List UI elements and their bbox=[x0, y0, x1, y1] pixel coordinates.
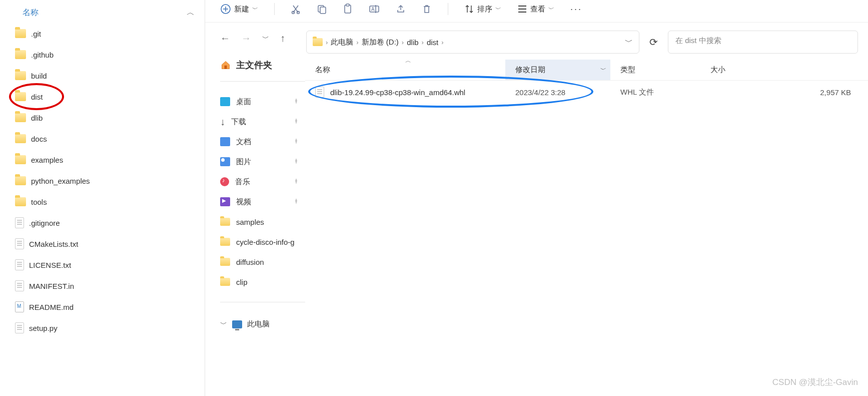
up-button[interactable]: ↑ bbox=[280, 33, 285, 44]
file-row[interactable]: dlib-19.24.99-cp38-cp38-win_amd64.whl202… bbox=[305, 81, 868, 104]
tree-item-label: docs bbox=[31, 135, 47, 143]
tree-item[interactable]: tools bbox=[10, 191, 205, 212]
tree-item[interactable]: README.md bbox=[10, 296, 205, 317]
folder-icon bbox=[15, 29, 26, 38]
more-button[interactable]: ··· bbox=[570, 4, 582, 15]
file-name-label: dlib-19.24.99-cp38-cp38-win_amd64.whl bbox=[330, 88, 465, 97]
chevron-down-icon: ﹀ bbox=[548, 5, 554, 14]
folder-tree: .git.githubbuilddistdlibdocsexamplespyth… bbox=[0, 23, 205, 338]
pinned-item[interactable]: diffusion bbox=[220, 252, 302, 272]
paste-button[interactable] bbox=[343, 4, 353, 15]
share-button[interactable] bbox=[396, 4, 406, 14]
tree-item-label: dlib bbox=[31, 114, 43, 122]
new-button[interactable]: 新建 ﹀ bbox=[220, 4, 258, 15]
tree-item[interactable]: build bbox=[10, 65, 205, 86]
tree-item[interactable]: dist bbox=[10, 86, 205, 107]
pin-icon bbox=[293, 138, 299, 146]
sort-icon bbox=[464, 4, 474, 14]
rename-button[interactable]: A bbox=[369, 4, 380, 14]
home-folder[interactable]: 主文件夹 bbox=[220, 59, 302, 71]
breadcrumb-item[interactable]: 新加卷 (D:) bbox=[362, 38, 399, 47]
svg-rect-6 bbox=[320, 7, 326, 14]
pin-icon bbox=[293, 158, 299, 166]
chevron-right-icon: › bbox=[422, 39, 424, 46]
tree-item[interactable]: setup.py bbox=[10, 317, 205, 338]
folder-icon bbox=[15, 113, 26, 122]
left-header-title: 名称 bbox=[23, 8, 39, 18]
pinned-item[interactable]: 视频 bbox=[220, 192, 302, 212]
chevron-down-icon: ﹀ bbox=[220, 320, 227, 329]
tree-item[interactable]: .gitignore bbox=[10, 212, 205, 233]
copy-button[interactable] bbox=[317, 4, 327, 14]
breadcrumb-items: 此电脑›新加卷 (D:)›dlib›dist› bbox=[331, 38, 443, 47]
pinned-item[interactable]: 图片 bbox=[220, 152, 302, 172]
tree-item[interactable]: .github bbox=[10, 44, 205, 65]
this-pc-item[interactable]: ﹀ 此电脑 bbox=[220, 319, 302, 329]
pin-icon bbox=[293, 198, 299, 206]
breadcrumb[interactable]: › 此电脑›新加卷 (D:)›dlib›dist› ﹀ bbox=[306, 31, 639, 54]
folder-icon bbox=[15, 155, 26, 164]
chevron-down-icon: ﹀ bbox=[600, 66, 606, 74]
folder-icon bbox=[220, 258, 230, 266]
back-button[interactable]: ← bbox=[220, 33, 230, 44]
delete-button[interactable] bbox=[422, 4, 432, 14]
col-size[interactable]: 大小 bbox=[700, 60, 868, 80]
file-list: dlib-19.24.99-cp38-cp38-win_amd64.whl202… bbox=[305, 81, 868, 104]
doc-icon bbox=[220, 137, 230, 146]
collapse-icon[interactable]: ︿ bbox=[187, 8, 195, 18]
tree-item[interactable]: examples bbox=[10, 149, 205, 170]
main-column: › 此电脑›新加卷 (D:)›dlib›dist› ﹀ ⟳ 在 dist 中搜索… bbox=[305, 23, 868, 396]
chevron-down-icon[interactable]: ﹀ bbox=[625, 37, 633, 48]
pinned-item[interactable]: cycle-disco-info-g bbox=[220, 232, 302, 252]
breadcrumb-item[interactable]: dlib bbox=[407, 38, 418, 47]
tree-item[interactable]: docs bbox=[10, 128, 205, 149]
pinned-label: 视频 bbox=[236, 197, 251, 207]
pinned-item[interactable]: 音乐 bbox=[220, 172, 302, 192]
file-icon bbox=[15, 301, 24, 312]
svg-rect-8 bbox=[346, 4, 349, 6]
pinned-item[interactable]: ↓下载 bbox=[220, 112, 302, 132]
folder-icon bbox=[15, 71, 26, 80]
file-icon bbox=[15, 217, 24, 228]
column-headers: ︿ 名称 修改日期﹀ 类型 大小 bbox=[305, 60, 868, 81]
tree-item[interactable]: .git bbox=[10, 23, 205, 44]
view-label: 查看 bbox=[530, 5, 545, 14]
file-icon bbox=[315, 87, 324, 98]
folder-icon bbox=[15, 176, 26, 185]
pinned-item[interactable]: clip bbox=[220, 272, 302, 292]
chevron-right-icon: › bbox=[356, 39, 358, 46]
folder-icon bbox=[15, 197, 26, 206]
chevron-right-icon: › bbox=[402, 39, 404, 46]
forward-button[interactable]: → bbox=[241, 33, 251, 44]
tree-item[interactable]: dlib bbox=[10, 107, 205, 128]
pinned-item[interactable]: 桌面 bbox=[220, 92, 302, 112]
sort-indicator-icon: ︿ bbox=[405, 57, 411, 65]
home-label: 主文件夹 bbox=[236, 59, 272, 71]
tree-item[interactable]: CMakeLists.txt bbox=[10, 233, 205, 254]
tree-item[interactable]: MANIFEST.in bbox=[10, 275, 205, 296]
search-input[interactable]: 在 dist 中搜索 bbox=[668, 31, 858, 54]
pinned-item[interactable]: 文档 bbox=[220, 132, 302, 152]
pinned-label: clip bbox=[236, 278, 248, 286]
recent-dropdown-icon[interactable]: ﹀ bbox=[262, 34, 269, 43]
desk-icon bbox=[220, 97, 230, 106]
col-type[interactable]: 类型 bbox=[610, 60, 700, 80]
tree-item[interactable]: LICENSE.txt bbox=[10, 254, 205, 275]
breadcrumb-item[interactable]: 此电脑 bbox=[331, 38, 353, 47]
tree-item[interactable]: python_examples bbox=[10, 170, 205, 191]
new-label: 新建 bbox=[234, 5, 249, 14]
breadcrumb-item[interactable]: dist bbox=[427, 38, 438, 47]
chevron-right-icon: › bbox=[326, 39, 328, 46]
nav-sidebar: ← → ﹀ ↑ 主文件夹 桌面↓下载文档图片音乐视频samplescycle-d… bbox=[205, 23, 305, 396]
pinned-item[interactable]: samples bbox=[220, 212, 302, 232]
plus-circle-icon bbox=[220, 4, 231, 15]
col-date[interactable]: 修改日期﹀ bbox=[505, 60, 610, 80]
svg-text:A: A bbox=[371, 7, 375, 12]
home-icon bbox=[220, 60, 231, 70]
refresh-button[interactable]: ⟳ bbox=[647, 36, 660, 48]
cut-button[interactable] bbox=[291, 4, 301, 14]
pin-icon bbox=[293, 98, 299, 106]
dl-icon: ↓ bbox=[220, 116, 225, 128]
view-button[interactable]: 查看 ﹀ bbox=[517, 5, 554, 14]
sort-button[interactable]: 排序 ﹀ bbox=[464, 4, 501, 14]
